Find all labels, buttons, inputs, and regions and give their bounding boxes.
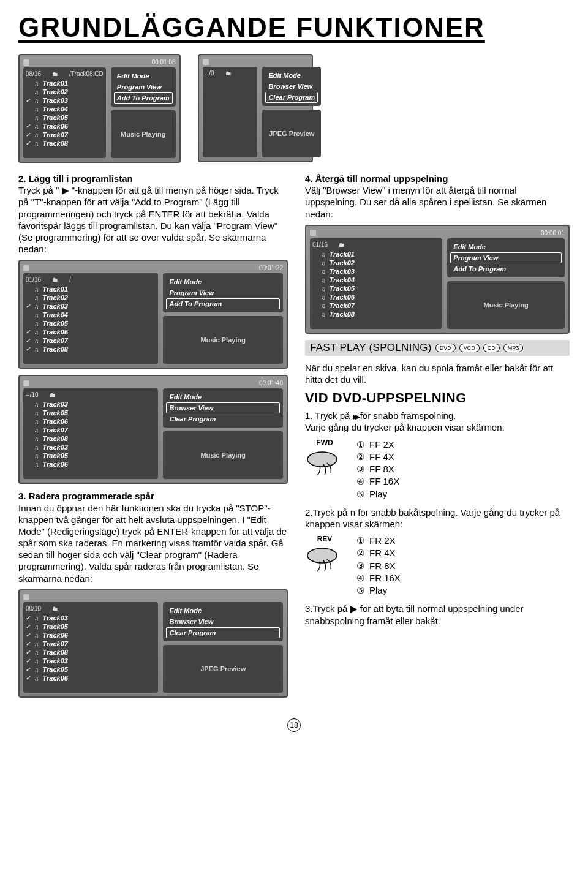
step2: 2.Tryck på n för snabb bakåtspolning. Va… (305, 507, 570, 530)
vid-dvd-heading: VID DVD-UPPSPELNING (305, 390, 570, 406)
fwd-button: FWD (305, 439, 344, 480)
fwd-speeds: ①FF 2X②FF 4X③FF 8X④FF 16X⑤Play (356, 439, 399, 500)
panel-l1: 00:01:22 01/16🖿/ Track01Track02✓Track03T… (18, 260, 288, 369)
step1: 1. Tryck på för snabb framspolning. Varj… (305, 410, 570, 433)
fastplay-header: FAST PLAY (SPOLNING) DVD VCD CD MP3 (305, 340, 570, 356)
panel-l2: 00:01:40 --/10🖿 Track03Track05Track06Tra… (18, 375, 288, 484)
badge-vcd: VCD (459, 344, 480, 352)
panel-r1: 00:00:01 01/16🖿 Track01Track02Track03Tra… (305, 225, 570, 334)
svg-point-0 (307, 452, 337, 467)
rev-button: REV (305, 535, 344, 576)
panel-l3: 08/10🖿 ✓Track03✓Track05✓Track06✓Track07✓… (18, 589, 288, 698)
svg-point-1 (307, 548, 337, 563)
step3: 3.Tryck på ▶ för att byta till normal up… (305, 603, 570, 626)
badge-mp3: MP3 (503, 344, 524, 352)
sec2: 2. Lägg till i programlistan Tryck på " … (18, 173, 288, 255)
fast-forward-icon (353, 410, 358, 421)
panel-top-left: 00:01:08 08/16🖿/Track08.CD Track01Track0… (18, 54, 181, 163)
badge-cd: CD (483, 344, 500, 352)
page-title: GRUNDLÄGGANDE FUNKTIONER (18, 12, 570, 43)
sec4: 4. Återgå till normal uppspelning Välj "… (305, 173, 570, 220)
badge-dvd: DVD (435, 344, 456, 352)
fastplay-intro: När du spelar en skiva, kan du spola fra… (305, 362, 570, 385)
rev-speeds: ①FR 2X②FR 4X③FR 8X④FR 16X⑤Play (356, 535, 401, 597)
panel-top-right: --/0🖿 Edit ModeBrowser ViewClear Program… (198, 54, 314, 162)
sec3: 3. Radera programmerade spår Innan du öp… (18, 490, 288, 584)
page-number: 18 (18, 718, 570, 732)
